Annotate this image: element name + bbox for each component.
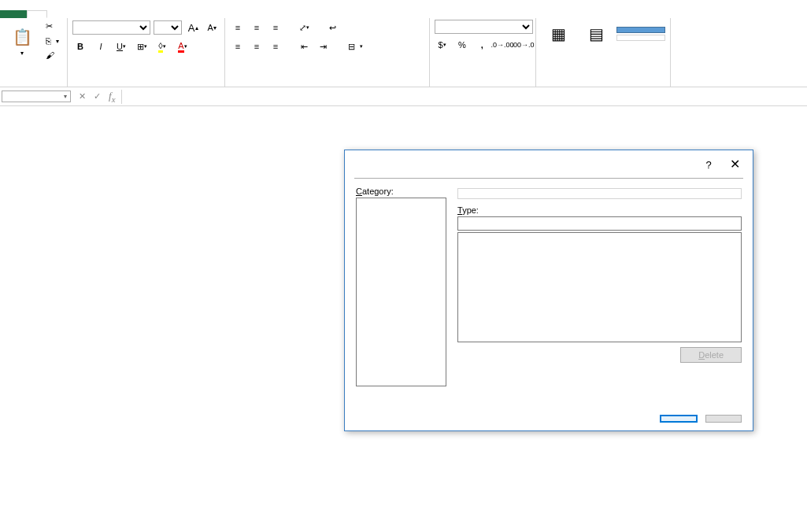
dialog-help-icon[interactable]: ?	[705, 159, 711, 171]
category-label: Category:	[356, 187, 446, 196]
number-format-select[interactable]	[435, 20, 533, 34]
group-styles: ▦ ▤	[536, 18, 671, 87]
name-box[interactable]: ▾	[2, 91, 71, 102]
cancel-formula-icon[interactable]: ✕	[79, 91, 86, 102]
formula-input[interactable]	[121, 90, 807, 104]
align-top-icon[interactable]: ≡	[230, 20, 246, 35]
align-left-icon[interactable]: ≡	[230, 39, 246, 54]
format-cells-dialog: ? ✕ Category: Type: Delete	[344, 150, 753, 431]
increase-decimal-icon[interactable]: .0→.00	[494, 37, 510, 53]
cell-style-accent5[interactable]	[616, 27, 665, 33]
scissors-icon: ✂	[46, 21, 53, 31]
border-button[interactable]: ⊞ ▾	[134, 39, 150, 54]
group-label-clipboard	[5, 83, 62, 87]
tab-page-layout[interactable]	[68, 10, 88, 18]
tab-review[interactable]	[129, 10, 150, 18]
font-size-select[interactable]	[154, 20, 182, 35]
type-label: Type:	[457, 205, 742, 215]
italic-button[interactable]: I	[93, 39, 109, 54]
tab-home[interactable]	[27, 10, 47, 18]
tab-view[interactable]	[150, 10, 170, 18]
decrease-font-icon[interactable]: A▾	[204, 20, 220, 35]
orientation-icon[interactable]: ⤢▾	[296, 20, 312, 35]
group-label-alignment	[230, 83, 424, 87]
ribbon-tabs	[0, 0, 807, 18]
increase-font-icon[interactable]: A▴	[185, 20, 201, 35]
currency-icon[interactable]: $ ▾	[435, 37, 450, 53]
dialog-close-icon[interactable]: ✕	[727, 157, 743, 171]
tab-file[interactable]	[0, 10, 27, 18]
align-center-icon[interactable]: ≡	[249, 39, 265, 54]
sample-value	[457, 188, 742, 199]
format-as-table-button[interactable]: ▤	[579, 20, 613, 48]
font-color-button[interactable]: A ▾	[175, 39, 191, 54]
group-label-font	[72, 83, 220, 87]
type-list[interactable]	[457, 232, 742, 342]
underline-button[interactable]: U ▾	[113, 39, 129, 54]
ok-button[interactable]	[660, 415, 698, 423]
bold-button[interactable]: B	[72, 39, 88, 54]
percent-icon[interactable]: %	[454, 37, 469, 53]
cell-style-currency[interactable]	[616, 35, 665, 41]
align-right-icon[interactable]: ≡	[268, 39, 283, 54]
tab-insert[interactable]	[47, 10, 68, 18]
merge-center-button[interactable]: ⊟ ▾	[345, 40, 366, 54]
tab-formulas[interactable]	[88, 10, 109, 18]
font-name-select[interactable]	[72, 20, 150, 35]
decrease-decimal-icon[interactable]: .00→.0	[515, 37, 531, 53]
comma-icon[interactable]: ,	[475, 37, 490, 53]
group-clipboard: 📋 ▾ ✂ ⎘ ▾ 🖌	[0, 18, 68, 87]
tab-data[interactable]	[109, 10, 129, 18]
ribbon: 📋 ▾ ✂ ⎘ ▾ 🖌 A▴ A▾ B I U ▾ ⊞	[0, 18, 807, 87]
paste-icon: 📋	[9, 24, 35, 50]
fill-color-button[interactable]: ◊ ▾	[154, 39, 170, 54]
delete-button[interactable]: Delete	[680, 347, 742, 363]
group-alignment: ≡ ≡ ≡ ⤢▾ ↩ ≡ ≡ ≡ ⇤ ⇥ ⊟ ▾	[225, 18, 430, 87]
fx-icon[interactable]: fx	[109, 90, 115, 104]
align-middle-icon[interactable]: ≡	[249, 20, 265, 35]
conditional-formatting-icon: ▦	[546, 21, 571, 46]
cancel-button[interactable]	[705, 415, 742, 423]
group-number: $ ▾ % , .0→.00 .00→.0	[430, 18, 536, 87]
category-list[interactable]	[356, 198, 446, 386]
wrap-icon: ↩	[329, 23, 336, 33]
merge-icon: ⊟	[348, 42, 355, 52]
format-table-icon: ▤	[583, 21, 609, 46]
increase-indent-icon[interactable]: ⇥	[315, 39, 331, 54]
cut-button[interactable]: ✂	[43, 20, 62, 33]
brush-icon: 🖌	[46, 50, 54, 60]
tab-bauer-xml[interactable]	[170, 10, 191, 18]
format-painter-button[interactable]: 🖌	[43, 49, 62, 61]
type-input[interactable]	[457, 216, 742, 231]
group-label-number	[435, 83, 531, 87]
group-font: A▴ A▾ B I U ▾ ⊞ ▾ ◊ ▾ A ▾	[68, 18, 225, 87]
conditional-formatting-button[interactable]: ▦	[541, 20, 576, 48]
decrease-indent-icon[interactable]: ⇤	[296, 39, 312, 54]
align-bottom-icon[interactable]: ≡	[268, 20, 283, 35]
formula-bar: ▾ ✕ ✓ fx	[0, 87, 807, 106]
copy-button[interactable]: ⎘ ▾	[43, 35, 62, 47]
wrap-text-button[interactable]: ↩	[326, 21, 342, 35]
copy-icon: ⎘	[46, 36, 51, 46]
paste-button[interactable]: 📋 ▾	[5, 23, 39, 58]
enter-formula-icon[interactable]: ✓	[94, 91, 101, 102]
